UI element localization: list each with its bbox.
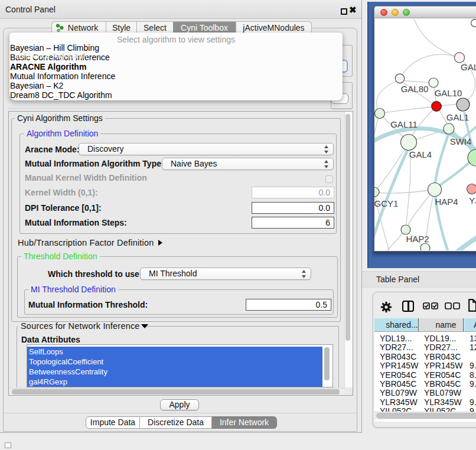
- svg-text:GAL4: GAL4: [409, 149, 432, 159]
- svg-text:GAL2: GAL2: [461, 62, 476, 72]
- svg-text:HAP2: HAP2: [406, 234, 429, 244]
- svg-text:GCY1: GCY1: [374, 198, 398, 208]
- svg-text:GAL1: GAL1: [446, 112, 469, 122]
- svg-text:YJ: YJ: [469, 195, 476, 206]
- svg-text:GAL10: GAL10: [435, 88, 462, 98]
- svg-text:GAL11: GAL11: [390, 119, 418, 129]
- svg-text:GAL80: GAL80: [401, 84, 429, 94]
- svg-text:HAP4: HAP4: [435, 197, 458, 207]
- svg-text:SWI4: SWI4: [450, 136, 472, 146]
